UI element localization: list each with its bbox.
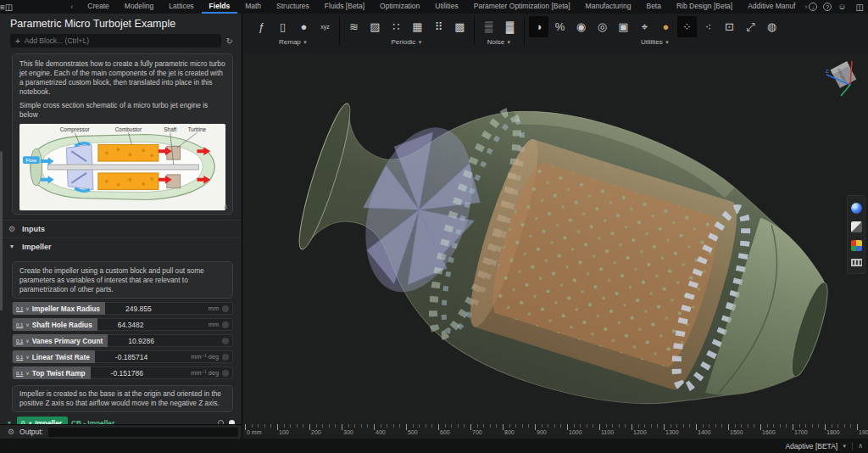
tab-parameter-optimization-beta[interactable]: Parameter Optimization [Beta] xyxy=(466,0,578,14)
parameter-row-linear-twist-rate[interactable]: 0.1∨Linear Twist Rate -0.185714 mm⁻¹ deg xyxy=(12,350,233,363)
tab-rib-design-beta[interactable]: Rib Design [Beta] xyxy=(669,0,740,14)
dot-lattice-icon[interactable]: ∷ xyxy=(387,16,406,37)
ruler-minor-tick xyxy=(767,424,768,428)
tab-optimization[interactable]: Optimization xyxy=(372,0,427,14)
scale-arrows-icon[interactable]: ⤢ xyxy=(741,16,760,37)
ruler-minor-tick xyxy=(490,424,491,428)
tab-create[interactable]: Create xyxy=(80,0,117,14)
clip-sphere-icon[interactable]: ◑ xyxy=(529,16,548,37)
view-cube[interactable]: FRONT Z xyxy=(824,56,863,100)
parameter-row-vanes-primary-count[interactable]: 0.1∨Vanes Primary Count 10.9286 xyxy=(12,334,233,347)
remap-cylinder-icon[interactable]: ▯ xyxy=(273,16,292,37)
parameter-row-top-twist-ramp[interactable]: 0.1∨Top Twist Ramp -0.151786 mm⁻¹ deg xyxy=(12,366,233,379)
ruler-major-tick xyxy=(406,424,407,430)
parameter-value[interactable]: 249.855 xyxy=(105,305,209,313)
ruler-minor-tick xyxy=(619,424,620,428)
section-impeller[interactable]: ▼ Impeller xyxy=(0,238,242,255)
gear-icon: ⚙ xyxy=(8,428,14,436)
modulo-icon[interactable]: % xyxy=(550,16,570,37)
contour-points-icon[interactable]: ⁘ xyxy=(677,16,697,37)
add-block-input[interactable]: + Add Block... (Ctrl+L) xyxy=(10,34,221,48)
fine-dots-icon[interactable]: ⠿ xyxy=(429,16,448,37)
remap-xyz-icon[interactable]: xyz xyxy=(315,16,335,37)
ruler-minor-tick xyxy=(329,424,330,428)
parameter-chip[interactable]: 0.1∨Shaft Hole Radius xyxy=(13,318,97,331)
parameter-chip[interactable]: 0.1∨Impeller Max Radius xyxy=(13,302,105,315)
field-contour-b-icon[interactable]: ◎ xyxy=(593,16,612,37)
measure-ruler-icon[interactable] xyxy=(851,259,862,266)
panel-scrollbar[interactable] xyxy=(0,151,3,310)
section-inputs[interactable]: ⚙ Inputs xyxy=(0,220,242,238)
account-icon[interactable]: ☺ xyxy=(837,3,846,11)
ribbon-group-label[interactable]: Utilities ▼ xyxy=(641,38,670,46)
download-icon[interactable]: ↓ xyxy=(809,3,817,11)
turbojet-3d-model[interactable] xyxy=(243,53,868,439)
ruler-major-tick xyxy=(567,424,568,430)
parameter-value[interactable]: 10.9286 xyxy=(108,337,219,345)
point-axes-icon[interactable]: ⌖ xyxy=(635,16,654,37)
ribbon-group-label[interactable]: Remap ▼ xyxy=(279,38,308,46)
gyroid-icon[interactable]: ▩ xyxy=(450,16,470,37)
cellular-noise-icon[interactable]: ▓ xyxy=(500,16,520,37)
split-view-icon[interactable]: ◫ xyxy=(5,3,13,12)
ribbon-scroll-left-icon[interactable]: ‹ xyxy=(64,3,80,11)
tab-fluids-beta[interactable]: Fluids [Beta] xyxy=(317,0,372,14)
field-contour-a-icon[interactable]: ◉ xyxy=(571,16,591,37)
info-icon[interactable] xyxy=(222,322,229,328)
parameter-unit: mm⁻¹ deg xyxy=(191,369,219,377)
perlin-noise-icon[interactable]: ▒ xyxy=(479,16,498,37)
point-cloud-icon[interactable]: ⁖ xyxy=(698,16,718,37)
parameter-value[interactable]: 64.3482 xyxy=(97,321,209,329)
remap-scalar-field-icon[interactable]: ƒ xyxy=(252,16,271,37)
tab-manufacturing[interactable]: Manufacturing xyxy=(578,0,639,14)
bounding-cube-icon[interactable]: ▣ xyxy=(614,16,633,37)
collapse-statusbar-icon[interactable]: ∧ xyxy=(858,442,863,450)
ruler-major-tick xyxy=(857,424,858,430)
parameter-row-impeller-max-radius[interactable]: 0.1∨Impeller Max Radius 249.855 mm xyxy=(12,302,233,315)
info-icon[interactable] xyxy=(222,354,229,361)
refresh-icon[interactable]: ↻ xyxy=(226,36,233,46)
diagonal-stripes-icon[interactable]: ▨ xyxy=(365,16,385,37)
filter-sphere-icon[interactable]: ◍ xyxy=(762,16,782,37)
wavy-lines-icon[interactable]: ≋ xyxy=(344,16,364,37)
ruler-minor-tick xyxy=(451,424,452,428)
section-clip-icon[interactable] xyxy=(851,221,862,232)
parameter-chip[interactable]: 0.1∨Vanes Primary Count xyxy=(13,334,108,347)
remap-sphere-icon[interactable]: ● xyxy=(294,16,314,37)
ruler-minor-tick xyxy=(399,424,400,428)
ruler-minor-tick xyxy=(419,424,420,428)
tab-structures[interactable]: Structures xyxy=(269,0,317,14)
help-icon[interactable]: ? xyxy=(823,3,832,11)
tab-additive-manufacturing[interactable]: Additive Manuf xyxy=(740,0,803,14)
ribbon-scroll-right-icon[interactable]: › xyxy=(803,3,809,11)
tab-beta[interactable]: Beta xyxy=(638,0,669,14)
parameter-row-shaft-hole-radius[interactable]: 0.1∨Shaft Hole Radius 64.3482 mm xyxy=(12,318,233,331)
tab-fields[interactable]: Fields xyxy=(202,0,238,14)
ruler-minor-tick xyxy=(496,424,497,428)
perforated-sphere-icon[interactable]: ● xyxy=(656,16,676,37)
import-points-icon[interactable]: ⊡ xyxy=(720,16,739,37)
parameter-chip[interactable]: 0.1∨Linear Twist Rate xyxy=(13,350,95,363)
ribbon-group-label[interactable]: Periodic ▼ xyxy=(391,38,422,46)
layout-icon[interactable]: ◫ xyxy=(852,3,867,12)
parameter-chip[interactable]: 0.1∨Top Twist Ramp xyxy=(13,366,91,379)
output-field[interactable] xyxy=(48,428,238,437)
tab-math[interactable]: Math xyxy=(237,0,269,14)
info-icon[interactable] xyxy=(222,305,229,312)
shading-mode-icon[interactable] xyxy=(851,203,862,214)
info-icon[interactable] xyxy=(222,370,229,377)
parameter-value[interactable]: -0.185714 xyxy=(95,353,192,361)
ruler-major-tick xyxy=(632,424,632,430)
tab-lattices[interactable]: Lattices xyxy=(161,0,201,14)
tab-modeling[interactable]: Modeling xyxy=(117,0,162,14)
info-icon[interactable] xyxy=(222,338,229,344)
ruler-minor-tick xyxy=(735,424,736,428)
viewport-3d[interactable]: FRONT Z xyxy=(243,53,868,439)
parameter-value[interactable]: -0.151786 xyxy=(91,369,192,378)
ribbon-group-label[interactable]: Noise ▼ xyxy=(487,38,512,46)
orientation-cube-icon[interactable] xyxy=(851,240,862,251)
collapse-card-icon[interactable]: ∧ xyxy=(223,203,228,210)
dense-grid-icon[interactable]: ▦ xyxy=(408,16,427,37)
render-quality-dropdown[interactable]: Adaptive [BETA] ▼ xyxy=(785,442,847,450)
tab-utilities[interactable]: Utilities xyxy=(427,0,465,14)
